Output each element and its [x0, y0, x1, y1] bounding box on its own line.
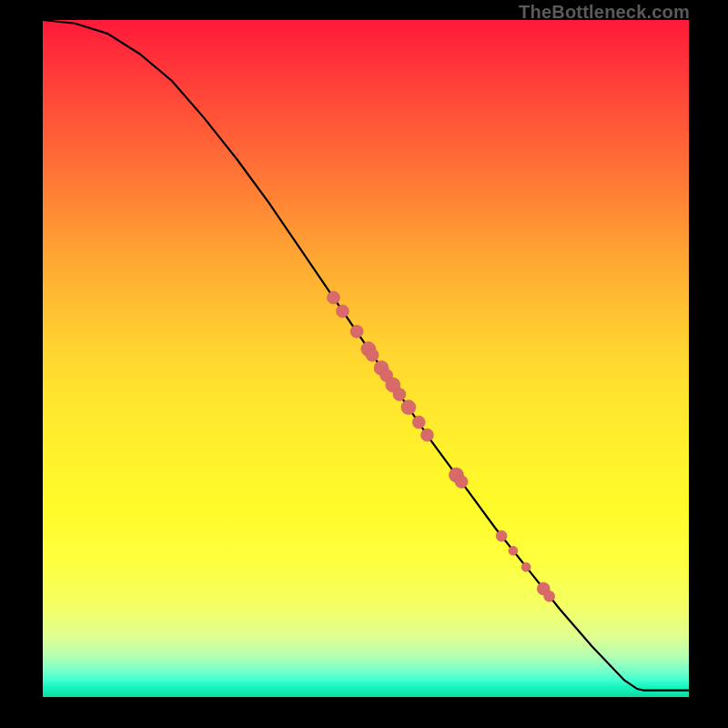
- data-point: [412, 416, 425, 429]
- chart-svg: [43, 20, 689, 697]
- data-point: [336, 305, 349, 318]
- data-point: [521, 562, 531, 571]
- data-point: [328, 291, 340, 304]
- data-point: [509, 546, 518, 555]
- data-point: [544, 591, 555, 602]
- data-point: [366, 349, 379, 361]
- data-point: [420, 429, 433, 441]
- plot-area: [43, 20, 689, 697]
- data-point: [401, 400, 416, 415]
- data-point: [393, 388, 406, 400]
- chart-stage: TheBottleneck.com: [0, 0, 728, 728]
- data-point: [350, 325, 363, 338]
- data-point: [496, 531, 507, 541]
- data-point: [455, 475, 468, 488]
